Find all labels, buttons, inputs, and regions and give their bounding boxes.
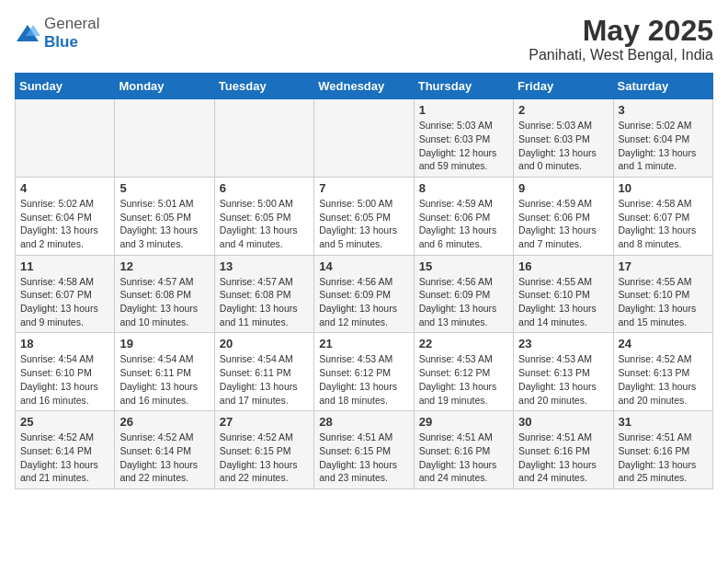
calendar-day-cell: 9Sunrise: 4:59 AM Sunset: 6:06 PM Daylig… xyxy=(514,177,613,255)
weekday-header: Saturday xyxy=(613,74,712,99)
title-block: May 2025 Panihati, West Bengal, India xyxy=(529,15,713,63)
day-info: Sunrise: 4:58 AM Sunset: 6:07 PM Dayligh… xyxy=(20,275,109,329)
calendar-day-cell: 11Sunrise: 4:58 AM Sunset: 6:07 PM Dayli… xyxy=(16,255,115,333)
day-number: 23 xyxy=(518,337,608,350)
weekday-header: Monday xyxy=(115,74,214,99)
calendar-week-row: 4Sunrise: 5:02 AM Sunset: 6:04 PM Daylig… xyxy=(16,177,713,255)
day-info: Sunrise: 4:52 AM Sunset: 6:13 PM Dayligh… xyxy=(619,352,708,407)
day-info: Sunrise: 4:54 AM Sunset: 6:10 PM Dayligh… xyxy=(20,352,109,407)
day-info: Sunrise: 4:56 AM Sunset: 6:09 PM Dayligh… xyxy=(419,275,508,329)
day-number: 20 xyxy=(220,337,309,350)
day-number: 30 xyxy=(518,415,608,429)
day-number: 11 xyxy=(20,259,109,273)
day-number: 29 xyxy=(419,415,508,429)
day-info: Sunrise: 4:57 AM Sunset: 6:08 PM Dayligh… xyxy=(220,275,309,329)
calendar-day-cell xyxy=(314,99,414,178)
day-info: Sunrise: 4:53 AM Sunset: 6:12 PM Dayligh… xyxy=(319,352,408,407)
calendar-week-row: 11Sunrise: 4:58 AM Sunset: 6:07 PM Dayli… xyxy=(16,255,713,333)
calendar-day-cell: 12Sunrise: 4:57 AM Sunset: 6:08 PM Dayli… xyxy=(115,255,214,333)
day-info: Sunrise: 4:53 AM Sunset: 6:13 PM Dayligh… xyxy=(518,352,608,407)
day-info: Sunrise: 4:52 AM Sunset: 6:14 PM Dayligh… xyxy=(20,431,109,485)
calendar-day-cell: 2Sunrise: 5:03 AM Sunset: 6:03 PM Daylig… xyxy=(514,99,613,178)
day-info: Sunrise: 4:51 AM Sunset: 6:16 PM Dayligh… xyxy=(419,431,508,485)
weekday-header: Friday xyxy=(514,74,613,99)
day-info: Sunrise: 4:54 AM Sunset: 6:11 PM Dayligh… xyxy=(119,352,209,407)
calendar-day-cell: 8Sunrise: 4:59 AM Sunset: 6:06 PM Daylig… xyxy=(414,177,513,255)
day-info: Sunrise: 4:58 AM Sunset: 6:07 PM Dayligh… xyxy=(619,197,708,251)
day-info: Sunrise: 4:52 AM Sunset: 6:14 PM Dayligh… xyxy=(119,431,209,485)
day-info: Sunrise: 5:03 AM Sunset: 6:03 PM Dayligh… xyxy=(518,119,608,173)
logo: General Blue xyxy=(15,15,99,52)
logo-blue: Blue xyxy=(44,33,78,51)
day-number: 14 xyxy=(319,259,408,273)
day-info: Sunrise: 4:52 AM Sunset: 6:15 PM Dayligh… xyxy=(220,431,309,485)
calendar-day-cell: 7Sunrise: 5:00 AM Sunset: 6:05 PM Daylig… xyxy=(314,177,414,255)
calendar-week-row: 25Sunrise: 4:52 AM Sunset: 6:14 PM Dayli… xyxy=(16,411,713,489)
day-number: 26 xyxy=(119,415,209,429)
day-number: 16 xyxy=(518,259,608,273)
calendar-day-cell: 30Sunrise: 4:51 AM Sunset: 6:16 PM Dayli… xyxy=(514,411,613,489)
calendar-day-cell: 26Sunrise: 4:52 AM Sunset: 6:14 PM Dayli… xyxy=(115,411,214,489)
calendar-day-cell: 17Sunrise: 4:55 AM Sunset: 6:10 PM Dayli… xyxy=(613,255,712,333)
day-info: Sunrise: 4:57 AM Sunset: 6:08 PM Dayligh… xyxy=(119,275,209,329)
calendar-week-row: 18Sunrise: 4:54 AM Sunset: 6:10 PM Dayli… xyxy=(16,333,713,411)
day-number: 22 xyxy=(419,337,508,350)
day-info: Sunrise: 4:51 AM Sunset: 6:16 PM Dayligh… xyxy=(518,431,608,485)
day-number: 15 xyxy=(419,259,508,273)
day-info: Sunrise: 4:55 AM Sunset: 6:10 PM Dayligh… xyxy=(518,275,608,329)
day-number: 17 xyxy=(619,259,708,273)
day-number: 31 xyxy=(619,415,708,429)
calendar-day-cell: 31Sunrise: 4:51 AM Sunset: 6:16 PM Dayli… xyxy=(613,411,712,489)
calendar-day-cell: 27Sunrise: 4:52 AM Sunset: 6:15 PM Dayli… xyxy=(214,411,313,489)
calendar-header-row: SundayMondayTuesdayWednesdayThursdayFrid… xyxy=(16,74,713,99)
calendar-day-cell: 10Sunrise: 4:58 AM Sunset: 6:07 PM Dayli… xyxy=(613,177,712,255)
calendar-day-cell: 20Sunrise: 4:54 AM Sunset: 6:11 PM Dayli… xyxy=(214,333,313,411)
day-info: Sunrise: 5:00 AM Sunset: 6:05 PM Dayligh… xyxy=(220,197,309,251)
calendar-day-cell: 4Sunrise: 5:02 AM Sunset: 6:04 PM Daylig… xyxy=(16,177,115,255)
calendar-day-cell: 18Sunrise: 4:54 AM Sunset: 6:10 PM Dayli… xyxy=(16,333,115,411)
calendar-table: SundayMondayTuesdayWednesdayThursdayFrid… xyxy=(15,73,713,489)
calendar-day-cell xyxy=(214,99,313,178)
day-number: 9 xyxy=(518,181,608,195)
calendar-day-cell: 6Sunrise: 5:00 AM Sunset: 6:05 PM Daylig… xyxy=(214,177,313,255)
day-number: 4 xyxy=(20,181,109,195)
calendar-day-cell: 29Sunrise: 4:51 AM Sunset: 6:16 PM Dayli… xyxy=(414,411,513,489)
day-number: 5 xyxy=(119,181,209,195)
calendar-day-cell xyxy=(115,99,214,178)
day-info: Sunrise: 4:53 AM Sunset: 6:12 PM Dayligh… xyxy=(419,352,508,407)
day-info: Sunrise: 4:59 AM Sunset: 6:06 PM Dayligh… xyxy=(518,197,608,251)
calendar-day-cell: 25Sunrise: 4:52 AM Sunset: 6:14 PM Dayli… xyxy=(16,411,115,489)
logo-general: General xyxy=(44,15,99,32)
page-title: May 2025 xyxy=(529,15,713,47)
day-info: Sunrise: 5:02 AM Sunset: 6:04 PM Dayligh… xyxy=(619,119,708,173)
calendar-day-cell: 5Sunrise: 5:01 AM Sunset: 6:05 PM Daylig… xyxy=(115,177,214,255)
calendar-day-cell: 28Sunrise: 4:51 AM Sunset: 6:15 PM Dayli… xyxy=(314,411,414,489)
day-number: 6 xyxy=(220,181,309,195)
calendar-week-row: 1Sunrise: 5:03 AM Sunset: 6:03 PM Daylig… xyxy=(16,99,713,178)
page-header: General Blue May 2025 Panihati, West Ben… xyxy=(15,15,713,63)
day-number: 13 xyxy=(220,259,309,273)
day-info: Sunrise: 4:51 AM Sunset: 6:15 PM Dayligh… xyxy=(319,431,408,485)
calendar-day-cell: 15Sunrise: 4:56 AM Sunset: 6:09 PM Dayli… xyxy=(414,255,513,333)
day-number: 12 xyxy=(119,259,209,273)
day-number: 3 xyxy=(619,103,708,117)
day-number: 8 xyxy=(419,181,508,195)
day-info: Sunrise: 4:55 AM Sunset: 6:10 PM Dayligh… xyxy=(619,275,708,329)
day-info: Sunrise: 5:03 AM Sunset: 6:03 PM Dayligh… xyxy=(419,119,508,173)
calendar-day-cell: 24Sunrise: 4:52 AM Sunset: 6:13 PM Dayli… xyxy=(613,333,712,411)
day-number: 18 xyxy=(20,337,109,350)
calendar-day-cell: 16Sunrise: 4:55 AM Sunset: 6:10 PM Dayli… xyxy=(514,255,613,333)
day-number: 21 xyxy=(319,337,408,350)
day-number: 24 xyxy=(619,337,708,350)
day-info: Sunrise: 4:59 AM Sunset: 6:06 PM Dayligh… xyxy=(419,197,508,251)
day-info: Sunrise: 4:51 AM Sunset: 6:16 PM Dayligh… xyxy=(619,431,708,485)
day-number: 10 xyxy=(619,181,708,195)
day-number: 27 xyxy=(220,415,309,429)
day-info: Sunrise: 4:56 AM Sunset: 6:09 PM Dayligh… xyxy=(319,275,408,329)
day-info: Sunrise: 5:00 AM Sunset: 6:05 PM Dayligh… xyxy=(319,197,408,251)
day-info: Sunrise: 4:54 AM Sunset: 6:11 PM Dayligh… xyxy=(220,352,309,407)
calendar-day-cell xyxy=(16,99,115,178)
weekday-header: Wednesday xyxy=(314,74,414,99)
day-number: 2 xyxy=(518,103,608,117)
day-number: 1 xyxy=(419,103,508,117)
